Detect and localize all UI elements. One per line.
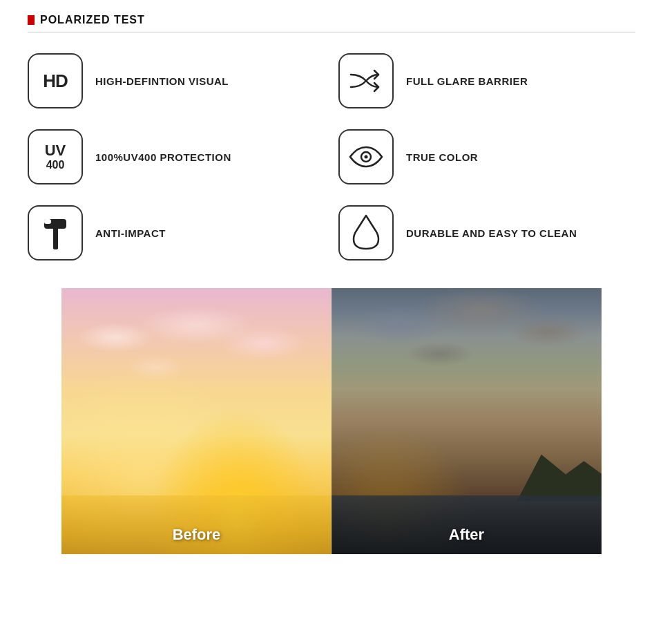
- uv-icon: UV 400: [45, 142, 66, 171]
- before-clouds: [61, 301, 331, 421]
- hd-icon: HD: [43, 70, 68, 92]
- feature-hd: HD HIGH-DEFINTION VISUAL: [28, 53, 325, 108]
- features-grid: HD HIGH-DEFINTION VISUAL FULL GLARE BARR…: [28, 53, 635, 261]
- hammer-label: ANTI-IMPACT: [95, 227, 166, 239]
- before-image: [61, 288, 331, 554]
- after-image: [332, 288, 602, 554]
- svg-point-1: [365, 155, 368, 159]
- uv-label: 100%UV400 PROTECTION: [95, 151, 231, 163]
- uv-icon-box: UV 400: [28, 129, 83, 184]
- feature-uv: UV 400 100%UV400 PROTECTION: [28, 129, 325, 184]
- feature-hammer: ANTI-IMPACT: [28, 205, 325, 261]
- after-clouds: [332, 288, 602, 435]
- drop-icon: [351, 213, 381, 253]
- after-panel: After: [332, 288, 602, 554]
- after-label: After: [449, 526, 484, 544]
- hd-label: HIGH-DEFINTION VISUAL: [95, 75, 229, 87]
- feature-shuffle: FULL GLARE BARRIER: [338, 53, 635, 108]
- comparison-container: Before After: [61, 288, 602, 554]
- before-panel: Before: [61, 288, 332, 554]
- feature-drop: DURABLE AND EASY TO CLEAN: [338, 205, 635, 261]
- after-hills: [481, 435, 602, 501]
- shuffle-icon-box: [338, 53, 394, 108]
- hammer-icon-box: [28, 205, 83, 261]
- shuffle-icon: [348, 68, 384, 94]
- section-title: POLARIZED TEST: [40, 14, 145, 26]
- hd-icon-box: HD: [28, 53, 83, 108]
- svg-rect-2: [53, 227, 58, 249]
- after-water: [332, 495, 602, 554]
- section-header: POLARIZED TEST: [28, 14, 635, 32]
- drop-icon-box: [338, 205, 394, 261]
- eye-icon-box: [338, 129, 394, 184]
- hammer-icon: [41, 214, 70, 252]
- feature-eye: TRUE COLOR: [338, 129, 635, 184]
- page-container: POLARIZED TEST HD HIGH-DEFINTION VISUAL: [0, 0, 663, 568]
- eye-label: TRUE COLOR: [406, 151, 478, 163]
- before-water: [61, 495, 331, 554]
- shuffle-label: FULL GLARE BARRIER: [406, 75, 528, 87]
- header-accent-icon: [28, 15, 35, 25]
- svg-rect-4: [44, 219, 51, 224]
- eye-icon: [347, 144, 385, 169]
- drop-label: DURABLE AND EASY TO CLEAN: [406, 227, 577, 239]
- before-label: Before: [173, 526, 221, 544]
